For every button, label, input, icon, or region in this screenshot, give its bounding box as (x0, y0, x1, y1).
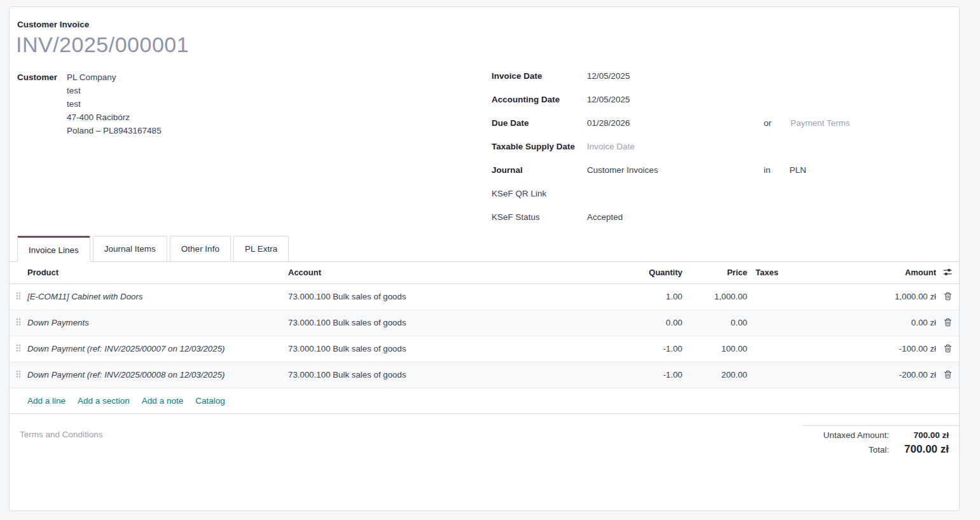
amount-cell: -200.00 zł (808, 362, 936, 388)
due-date-label: Due Date (492, 118, 587, 128)
tab-other-info[interactable]: Other Info (170, 236, 231, 261)
customer-block: Customer PL Company test test 47-400 Rac… (17, 71, 162, 137)
customer-address-line: test (67, 84, 162, 97)
field-row-due-date: Due Date 01/28/2026 or Payment Terms (492, 111, 956, 135)
price-cell[interactable]: 0.00 (682, 310, 747, 336)
field-row-taxable-supply-date: Taxable Supply Date Invoice Date (492, 135, 956, 158)
currency-select[interactable]: PLN (790, 165, 806, 175)
customer-address-line: Poland – PL8943167485 (67, 124, 162, 137)
quantity-cell[interactable]: 0.00 (619, 310, 682, 336)
ksef-qr-link-label: KSeF QR Link (492, 189, 587, 198)
invoice-lines-table: Product Account Quantity Price Taxes Amo… (10, 262, 959, 414)
table-row[interactable]: [E-COM11] Cabinet with Doors 73.000.100 … (10, 284, 959, 310)
quantity-cell[interactable]: 1.00 (619, 284, 682, 310)
field-row-ksef-qr-link: KSeF QR Link (492, 182, 956, 205)
table-footer-links: Add a line Add a section Add a note Cata… (10, 388, 959, 413)
field-row-ksef-status: KSeF Status Accepted (492, 205, 956, 229)
product-cell[interactable]: [E-COM11] Cabinet with Doors (27, 284, 288, 310)
field-row-accounting-date: Accounting Date 12/05/2025 (492, 88, 956, 111)
totals-panel: Untaxed Amount: 700.00 zł Total: 700.00 … (803, 425, 959, 459)
invoice-date-input[interactable]: 12/05/2025 (587, 71, 764, 81)
notebook-tabs: Invoice Lines Journal Items Other Info P… (10, 236, 959, 262)
quantity-column-header[interactable]: Quantity (619, 262, 682, 284)
due-date-input[interactable]: 01/28/2026 (587, 118, 764, 128)
journal-select[interactable]: Customer Invoices (587, 165, 764, 175)
price-cell[interactable]: 200.00 (682, 362, 747, 388)
drag-handle-icon[interactable] (16, 371, 21, 380)
taxes-column-header[interactable]: Taxes (747, 262, 808, 284)
amount-column-header[interactable]: Amount (808, 262, 936, 284)
tab-pl-extra[interactable]: PL Extra (233, 236, 289, 261)
quantity-cell[interactable]: -1.00 (619, 362, 682, 388)
in-word: in (764, 165, 771, 175)
drag-handle-icon[interactable] (16, 318, 21, 328)
taxes-cell[interactable] (747, 310, 808, 336)
account-column-header[interactable]: Account (288, 262, 619, 284)
customer-field-label: Customer (17, 71, 67, 137)
product-cell[interactable]: Down Payments (27, 310, 288, 336)
product-column-header[interactable]: Product (27, 262, 288, 284)
trash-icon[interactable] (942, 343, 953, 354)
product-cell[interactable]: Down Payment (ref: INV/2025/00007 on 12/… (27, 336, 288, 362)
total-label: Total: (869, 445, 889, 455)
table-row[interactable]: Down Payments 73.000.100 Bulk sales of g… (10, 310, 959, 336)
amount-cell: -100.00 zł (808, 336, 936, 362)
add-a-note-link[interactable]: Add a note (142, 396, 183, 406)
customer-name-link[interactable]: PL Company (67, 71, 162, 84)
invoice-date-label: Invoice Date (492, 71, 587, 81)
drag-handle-icon[interactable] (16, 292, 21, 302)
invoice-number-title: INV/2025/000001 (16, 32, 189, 57)
amount-cell: 0.00 zł (808, 310, 936, 336)
taxes-cell[interactable] (747, 362, 808, 388)
field-row-journal: Journal Customer Invoices in PLN (492, 158, 956, 182)
total-row: Total: 700.00 zł (803, 443, 949, 456)
catalog-link[interactable]: Catalog (195, 396, 225, 406)
or-word: or (764, 118, 771, 128)
trash-icon[interactable] (942, 291, 953, 302)
table-header-row: Product Account Quantity Price Taxes Amo… (10, 262, 959, 284)
account-cell[interactable]: 73.000.100 Bulk sales of goods (288, 310, 619, 336)
account-cell[interactable]: 73.000.100 Bulk sales of goods (288, 336, 619, 362)
account-cell[interactable]: 73.000.100 Bulk sales of goods (288, 284, 619, 310)
untaxed-amount-label: Untaxed Amount: (823, 430, 889, 440)
tab-journal-items[interactable]: Journal Items (93, 236, 167, 261)
invoice-fields-panel: Invoice Date 12/05/2025 Accounting Date … (492, 64, 956, 229)
price-cell[interactable]: 100.00 (682, 336, 747, 362)
field-row-invoice-date: Invoice Date 12/05/2025 (492, 64, 956, 88)
total-value: 700.00 zł (898, 443, 949, 456)
add-a-section-link[interactable]: Add a section (78, 396, 130, 406)
untaxed-amount-row: Untaxed Amount: 700.00 zł (803, 430, 949, 440)
taxable-supply-date-input[interactable]: Invoice Date (587, 142, 764, 151)
journal-label: Journal (492, 165, 587, 175)
price-cell[interactable]: 1,000.00 (682, 284, 747, 310)
trash-icon[interactable] (942, 369, 953, 380)
trash-icon[interactable] (942, 317, 953, 328)
price-column-header[interactable]: Price (682, 262, 747, 284)
taxes-cell[interactable] (747, 336, 808, 362)
customer-address-line: 47-400 Racibórz (67, 111, 162, 124)
product-cell[interactable]: Down Payment (ref: INV/2025/00008 on 12/… (27, 362, 288, 388)
table-row[interactable]: Down Payment (ref: INV/2025/00008 on 12/… (10, 362, 959, 388)
taxes-cell[interactable] (747, 284, 808, 310)
customer-address-line: test (67, 97, 162, 111)
terms-and-conditions-input[interactable]: Terms and Conditions (20, 430, 103, 439)
untaxed-amount-value: 700.00 zł (898, 430, 949, 440)
accounting-date-label: Accounting Date (492, 95, 587, 104)
accounting-date-input[interactable]: 12/05/2025 (587, 95, 764, 104)
ksef-status-value: Accepted (587, 212, 764, 222)
account-cell[interactable]: 73.000.100 Bulk sales of goods (288, 362, 619, 388)
drag-handle-icon[interactable] (16, 345, 21, 354)
quantity-cell[interactable]: -1.00 (619, 336, 682, 362)
sliders-icon[interactable] (942, 266, 953, 278)
table-row[interactable]: Down Payment (ref: INV/2025/00007 on 12/… (10, 336, 959, 362)
tab-invoice-lines[interactable]: Invoice Lines (17, 236, 90, 262)
amount-cell: 1,000.00 zł (808, 284, 936, 310)
document-type-label: Customer Invoice (17, 20, 89, 29)
ksef-status-label: KSeF Status (492, 212, 587, 222)
invoice-form-card: Customer Invoice INV/2025/000001 Custome… (9, 6, 960, 511)
handle-column-header (10, 262, 27, 284)
taxable-supply-date-label: Taxable Supply Date (492, 142, 587, 151)
add-a-line-link[interactable]: Add a line (27, 396, 66, 406)
payment-terms-input[interactable]: Payment Terms (790, 118, 850, 128)
